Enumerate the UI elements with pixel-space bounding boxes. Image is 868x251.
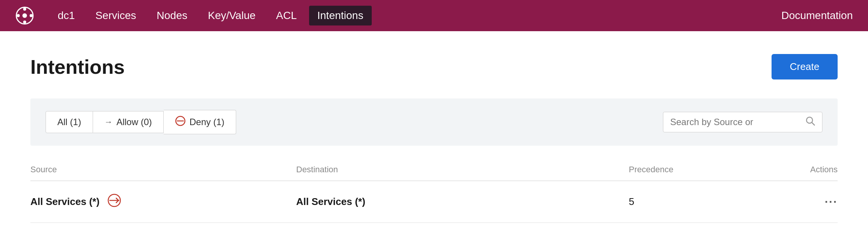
- documentation-link[interactable]: Documentation: [781, 10, 853, 22]
- table-header: Source Destination Precedence Actions: [30, 161, 838, 181]
- filter-tabs: All (1) → Allow (0) Deny (1): [46, 110, 236, 134]
- cell-actions[interactable]: ···: [743, 195, 838, 208]
- source-label: All Services (*): [30, 196, 99, 208]
- svg-point-5: [30, 14, 33, 17]
- cell-precedence: 5: [629, 196, 743, 208]
- deny-action-icon: [107, 193, 122, 210]
- filter-tab-allow-label: Allow (0): [117, 117, 152, 127]
- filter-tab-allow[interactable]: → Allow (0): [93, 111, 164, 133]
- logo[interactable]: [15, 6, 34, 25]
- create-button[interactable]: Create: [772, 54, 838, 79]
- search-input[interactable]: [670, 117, 801, 127]
- top-navbar: dc1 Services Nodes Key/Value ACL Intenti…: [0, 0, 868, 31]
- filter-bar: All (1) → Allow (0) Deny (1): [30, 98, 838, 146]
- svg-line-9: [812, 122, 814, 125]
- page-title: Intentions: [30, 56, 125, 78]
- nav-item-keyvalue[interactable]: Key/Value: [199, 6, 264, 25]
- svg-point-2: [23, 8, 26, 11]
- table-row: All Services (*) All Services (*) 5 ···: [30, 181, 838, 223]
- main-content: Intentions Create All (1) → Allow (0) De…: [0, 31, 868, 238]
- filter-tab-deny[interactable]: Deny (1): [164, 110, 236, 134]
- filter-tab-deny-label: Deny (1): [189, 117, 224, 127]
- search-icon: [805, 116, 815, 128]
- col-header-actions: Actions: [743, 165, 838, 175]
- page-header: Intentions Create: [30, 54, 838, 79]
- nav-item-acl[interactable]: ACL: [268, 6, 305, 25]
- nav-item-nodes[interactable]: Nodes: [148, 6, 196, 25]
- search-box: [663, 112, 822, 132]
- svg-point-3: [23, 21, 26, 24]
- col-header-precedence: Precedence: [629, 165, 743, 175]
- svg-point-4: [17, 14, 20, 17]
- col-header-destination: Destination: [296, 165, 629, 175]
- arrow-right-icon: →: [104, 117, 113, 127]
- col-header-source: Source: [30, 165, 296, 175]
- cell-source: All Services (*): [30, 193, 296, 210]
- intentions-table: Source Destination Precedence Actions Al…: [30, 161, 838, 223]
- svg-point-1: [22, 13, 27, 18]
- filter-tab-all[interactable]: All (1): [46, 111, 93, 133]
- cell-destination: All Services (*): [296, 196, 629, 208]
- nav-item-dc1[interactable]: dc1: [49, 6, 83, 25]
- nav-item-intentions[interactable]: Intentions: [309, 6, 372, 25]
- nav-item-services[interactable]: Services: [87, 6, 144, 25]
- deny-circle-icon: [175, 116, 186, 129]
- navbar-links: dc1 Services Nodes Key/Value ACL Intenti…: [49, 6, 781, 25]
